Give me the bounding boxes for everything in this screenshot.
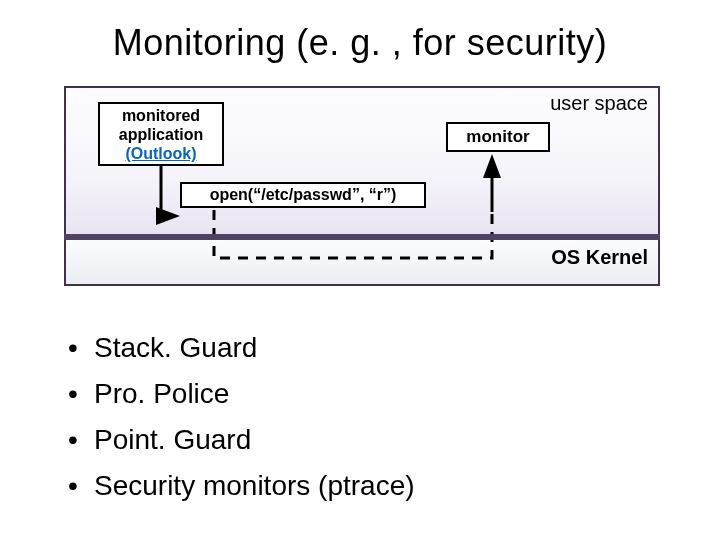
list-item: • Stack. Guard <box>52 325 415 371</box>
list-item-label: Security monitors (ptrace) <box>94 463 415 509</box>
user-space-label: user space <box>550 92 648 115</box>
kernel-label: OS Kernel <box>551 246 648 269</box>
syscall-box: open(“/etc/passwd”, “r”) <box>180 182 426 208</box>
list-item: • Point. Guard <box>52 417 415 463</box>
diagram-panel: user space OS Kernel monitored applicati… <box>64 86 660 286</box>
monitored-application-box: monitored application (Outlook) <box>98 102 224 166</box>
app-outlook: (Outlook) <box>125 145 196 162</box>
bullet-icon: • <box>52 325 94 371</box>
app-line2: application <box>119 126 203 143</box>
list-item-label: Pro. Police <box>94 371 229 417</box>
app-line1: monitored <box>122 107 200 124</box>
monitor-box: monitor <box>446 122 550 152</box>
page-title: Monitoring (e. g. , for security) <box>0 22 720 64</box>
userspace-kernel-boundary <box>64 234 660 240</box>
list-item: • Pro. Police <box>52 371 415 417</box>
list-item-label: Stack. Guard <box>94 325 257 371</box>
bullet-icon: • <box>52 417 94 463</box>
list-item-label: Point. Guard <box>94 417 251 463</box>
bullet-icon: • <box>52 463 94 509</box>
list-item: • Security monitors (ptrace) <box>52 463 415 509</box>
bullet-list: • Stack. Guard • Pro. Police • Point. Gu… <box>52 325 415 509</box>
bullet-icon: • <box>52 371 94 417</box>
